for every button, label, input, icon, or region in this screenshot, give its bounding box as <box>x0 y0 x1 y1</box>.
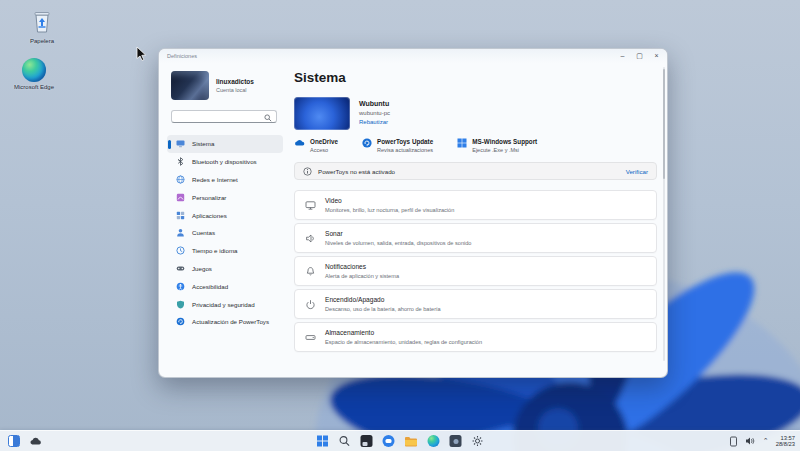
onedrive-cloud-icon <box>294 138 305 147</box>
setting-title: Almacenamiento <box>325 329 482 336</box>
settings-gear-icon[interactable] <box>472 435 484 447</box>
time-language-icon <box>176 246 185 255</box>
bluetooth-icon <box>176 157 185 166</box>
maximize-button[interactable]: ▢ <box>631 49 648 62</box>
edge-icon <box>22 58 46 82</box>
privacy-icon <box>176 300 185 309</box>
search-icon <box>264 114 272 122</box>
search-input[interactable] <box>171 110 277 123</box>
chat-icon[interactable] <box>383 435 395 447</box>
desktop-icon-edge[interactable]: Microsoft Edge <box>10 58 58 91</box>
quick-card-title: PowerToys Update <box>377 138 433 145</box>
chevron-up-icon[interactable]: ⌃ <box>763 437 769 445</box>
setting-title: Video <box>325 197 454 204</box>
chat-bubble <box>386 439 392 443</box>
settings-main: Sistema Wubuntu wubuntu-pc Rebautizar On… <box>291 63 667 377</box>
window-title: Definiciones <box>167 53 197 59</box>
setting-title: Notificaciones <box>325 263 399 270</box>
windows-icon <box>457 138 467 148</box>
taskbar: ⌃ 13:57 28/8/23 <box>0 430 800 451</box>
widgets-icon[interactable] <box>8 435 20 447</box>
cloud-icon[interactable] <box>29 436 42 446</box>
minimize-button[interactable]: – <box>614 49 631 62</box>
quick-card-subtitle: Acceso <box>310 147 338 153</box>
page-title: Sistema <box>294 70 657 85</box>
user-name: linuxadictos <box>216 78 254 85</box>
sidebar-item-bluetooth[interactable]: Bluetooth y dispositivos <box>167 153 283 171</box>
terminal-icon[interactable] <box>361 435 373 447</box>
quick-cards: OneDrive Acceso PowerToys Update Revisa … <box>294 138 657 153</box>
power-icon <box>305 299 316 310</box>
setting-card-sonar[interactable]: Sonar Niveles de volumen, salida, entrad… <box>294 223 657 253</box>
powertoys-icon <box>362 138 372 148</box>
close-button[interactable]: × <box>648 49 665 62</box>
quick-card-title: MS-Windows Support <box>472 138 537 145</box>
network-icon <box>176 175 185 184</box>
accessibility-icon <box>176 282 185 291</box>
sidebar-item-redes[interactable]: Redes e Internet <box>167 171 283 189</box>
device-tray-icon[interactable] <box>729 436 738 447</box>
verify-link[interactable]: Verificar <box>626 168 648 175</box>
user-profile[interactable]: linuxadictos Cuenta local <box>171 71 283 100</box>
edge-taskbar-icon[interactable] <box>428 435 440 447</box>
setting-title: Sonar <box>325 230 471 237</box>
file-explorer-icon[interactable] <box>405 436 418 447</box>
setting-subtitle: Niveles de volumen, salida, entrada, dis… <box>325 240 471 246</box>
quick-card-onedrive[interactable]: OneDrive Acceso <box>294 138 338 153</box>
account-type: Cuenta local <box>216 87 254 93</box>
sidebar-item-accesibilidad[interactable]: Accesibilidad <box>167 277 283 295</box>
powertoys-update-icon <box>176 317 185 326</box>
scrollbar-thumb[interactable] <box>663 69 665 179</box>
setting-title: Encendido/Apagado <box>325 296 441 303</box>
quick-card-powertoys-update[interactable]: PowerToys Update Revisa actualizaciones <box>362 138 433 153</box>
desktop-icon-label: Papelera <box>18 38 66 45</box>
sound-icon <box>305 233 316 244</box>
apps-icon <box>176 211 185 220</box>
terminal-prompt <box>363 442 368 446</box>
banner-message: PowerToys no está activado <box>318 168 620 175</box>
window-scrollbar[interactable] <box>663 67 665 361</box>
sidebar-item-sistema[interactable]: Sistema <box>167 135 283 153</box>
avatar <box>171 71 209 100</box>
powertoys-banner: PowerToys no está activado Verificar <box>294 162 657 180</box>
quick-card-title: OneDrive <box>310 138 338 145</box>
sidebar-item-tiempo-idioma[interactable]: Tiempo e idioma <box>167 242 283 260</box>
rename-link[interactable]: Rebautizar <box>359 119 390 125</box>
sidebar-item-personalizar[interactable]: Personalizar <box>167 188 283 206</box>
desktop: Papelera Microsoft Edge Definiciones – ▢… <box>0 0 800 451</box>
desktop-icon-recycle-bin[interactable]: Papelera <box>18 8 66 45</box>
mouse-cursor <box>136 46 147 62</box>
sidebar-item-aplicaciones[interactable]: Aplicaciones <box>167 206 283 224</box>
setting-subtitle: Descanso, uso de la batería, ahorro de b… <box>325 306 441 312</box>
setting-subtitle: Monitores, brillo, luz nocturna, perfil … <box>325 207 454 213</box>
camera-lens <box>453 439 458 444</box>
start-button[interactable] <box>317 435 329 447</box>
bell-icon <box>305 266 316 277</box>
quick-card-subtitle: Revisa actualizaciones <box>377 147 433 153</box>
sidebar-item-cuentas[interactable]: Cuentas <box>167 224 283 242</box>
camera-icon[interactable] <box>450 435 462 447</box>
sidebar-item-privacidad[interactable]: Privacidad y seguridad <box>167 295 283 313</box>
info-icon <box>303 167 312 176</box>
sidebar-item-juegos[interactable]: Juegos <box>167 260 283 278</box>
device-name: Wubuntu <box>359 100 390 107</box>
taskbar-clock[interactable]: 13:57 28/8/23 <box>776 435 795 448</box>
window-titlebar[interactable]: Definiciones – ▢ × <box>159 49 667 63</box>
clock-date: 28/8/23 <box>776 441 795 448</box>
volume-icon[interactable] <box>745 436 756 446</box>
search-taskbar-icon[interactable] <box>339 435 351 447</box>
personalize-icon <box>176 193 185 202</box>
display-icon <box>305 200 316 211</box>
setting-card-almacenamiento[interactable]: Almacenamiento Espacio de almacenamiento… <box>294 322 657 352</box>
settings-window: Definiciones – ▢ × linuxadictos Cuenta l… <box>158 48 668 378</box>
quick-card-ms-windows-support[interactable]: MS-Windows Support Ejecute .Exe y .Msi <box>457 138 537 153</box>
setting-card-notificaciones[interactable]: Notificaciones Alerta de aplicación y si… <box>294 256 657 286</box>
recycle-bin-icon <box>30 8 54 34</box>
desktop-icon-label: Microsoft Edge <box>10 84 58 91</box>
sidebar-item-actualizacion-powertoys[interactable]: Actualización de PowerToys <box>167 313 283 331</box>
setting-card-encendido-apagado[interactable]: Encendido/Apagado Descanso, uso de la ba… <box>294 289 657 319</box>
device-info: Wubuntu wubuntu-pc Rebautizar <box>294 97 657 130</box>
setting-card-video[interactable]: Video Monitores, brillo, luz nocturna, p… <box>294 190 657 220</box>
storage-icon <box>305 332 316 343</box>
gaming-icon <box>176 264 185 273</box>
